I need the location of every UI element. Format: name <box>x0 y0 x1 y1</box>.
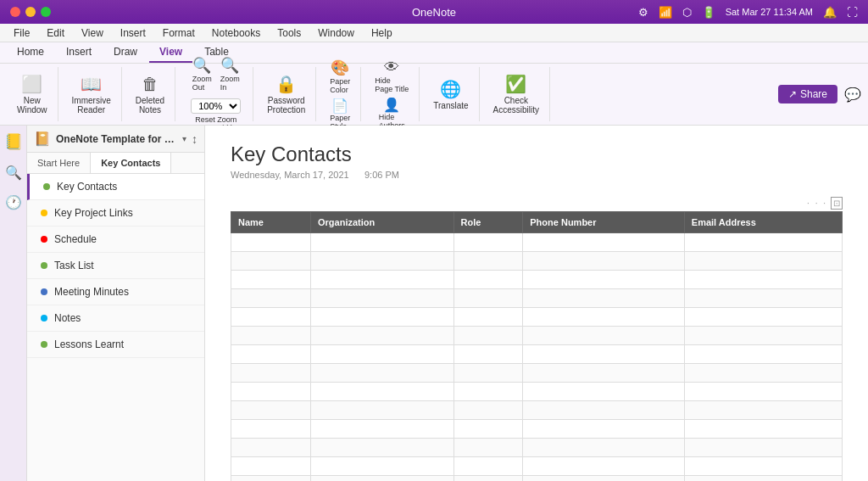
deleted-notes-button[interactable]: 🗑 DeletedNotes <box>132 73 168 116</box>
page-item-meeting-minutes[interactable]: Meeting Minutes <box>27 279 204 305</box>
table-cell[interactable] <box>231 289 311 308</box>
table-cell[interactable] <box>523 327 685 345</box>
zoom-select[interactable]: 100% 75% 150% <box>191 98 241 114</box>
table-cell[interactable] <box>684 383 842 401</box>
table-cell[interactable] <box>684 289 842 308</box>
table-cell[interactable] <box>523 364 685 383</box>
immersive-reader-button[interactable]: 📖 ImmersiveReader <box>69 72 114 116</box>
settings-icon[interactable]: ⚙ <box>638 6 648 19</box>
table-cell[interactable] <box>453 383 523 401</box>
translate-button[interactable]: 🌐 Translate <box>430 77 471 112</box>
notebook-nav-icon[interactable]: 📒 <box>4 132 23 151</box>
table-cell[interactable] <box>310 383 453 401</box>
menu-window[interactable]: Window <box>311 25 361 41</box>
table-cell[interactable] <box>453 457 523 476</box>
page-item-task-list[interactable]: Task List <box>27 253 204 279</box>
table-cell[interactable] <box>310 401 453 420</box>
menu-insert[interactable]: Insert <box>114 25 153 41</box>
table-cell[interactable] <box>523 289 685 308</box>
table-cell[interactable] <box>231 457 311 476</box>
table-cell[interactable] <box>453 308 523 327</box>
share-button[interactable]: ↗ Share <box>778 85 837 103</box>
table-cell[interactable] <box>684 364 842 383</box>
table-row[interactable] <box>231 364 843 383</box>
search-nav-icon[interactable]: 🔍 <box>5 165 22 181</box>
table-cell[interactable] <box>231 233 311 252</box>
table-cell[interactable] <box>231 308 311 327</box>
table-cell[interactable] <box>231 420 311 439</box>
table-cell[interactable] <box>231 364 311 383</box>
table-row[interactable] <box>231 457 843 476</box>
table-row[interactable] <box>231 289 843 308</box>
table-cell[interactable] <box>310 252 453 271</box>
zoom-out-button[interactable]: 🔍 ZoomOut <box>189 54 215 93</box>
table-cell[interactable] <box>453 233 523 252</box>
table-cell[interactable] <box>310 308 453 327</box>
table-cell[interactable] <box>310 476 453 482</box>
zoom-in-button[interactable]: 🔍 ZoomIn <box>217 54 243 93</box>
table-cell[interactable] <box>523 308 685 327</box>
notebook-title[interactable]: OneNote Template for Pr... <box>56 133 177 145</box>
menu-edit[interactable]: Edit <box>40 25 71 41</box>
table-cell[interactable] <box>310 457 453 476</box>
section-tab-key-contacts[interactable]: Key Contacts <box>91 153 171 173</box>
menu-help[interactable]: Help <box>364 25 399 41</box>
table-cell[interactable] <box>684 476 842 482</box>
table-row[interactable] <box>231 439 843 457</box>
table-cell[interactable] <box>231 401 311 420</box>
table-cell[interactable] <box>453 327 523 345</box>
recent-nav-icon[interactable]: 🕐 <box>5 194 22 210</box>
table-cell[interactable] <box>231 476 311 482</box>
table-cell[interactable] <box>523 252 685 271</box>
menu-file[interactable]: File <box>7 25 36 41</box>
table-cell[interactable] <box>231 383 311 401</box>
table-cell[interactable] <box>231 327 311 345</box>
table-cell[interactable] <box>523 383 685 401</box>
table-row[interactable] <box>231 327 843 345</box>
table-cell[interactable] <box>523 439 685 457</box>
table-cell[interactable] <box>310 420 453 439</box>
table-cell[interactable] <box>684 439 842 457</box>
menu-format[interactable]: Format <box>156 25 202 41</box>
table-cell[interactable] <box>684 308 842 327</box>
table-row[interactable] <box>231 401 843 420</box>
table-row[interactable] <box>231 476 843 482</box>
table-cell[interactable] <box>231 345 311 364</box>
menu-tools[interactable]: Tools <box>270 25 308 41</box>
table-cell[interactable] <box>684 327 842 345</box>
new-window-button[interactable]: ⬜ NewWindow <box>14 72 51 116</box>
table-cell[interactable] <box>684 252 842 271</box>
table-corner-handle[interactable]: ⊡ <box>831 197 843 210</box>
page-item-schedule[interactable]: Schedule <box>27 227 204 253</box>
table-cell[interactable] <box>310 271 453 289</box>
table-cell[interactable] <box>310 345 453 364</box>
table-row[interactable] <box>231 383 843 401</box>
minimize-button[interactable] <box>25 7 36 17</box>
table-cell[interactable] <box>684 401 842 420</box>
table-cell[interactable] <box>684 457 842 476</box>
page-item-key-contacts[interactable]: Key Contacts <box>27 174 204 200</box>
menu-view[interactable]: View <box>75 25 110 41</box>
table-row[interactable] <box>231 345 843 364</box>
table-cell[interactable] <box>684 345 842 364</box>
table-cell[interactable] <box>453 252 523 271</box>
page-item-lessons-learnt[interactable]: Lessons Learnt <box>27 332 204 358</box>
table-cell[interactable] <box>523 420 685 439</box>
table-cell[interactable] <box>684 271 842 289</box>
table-cell[interactable] <box>453 364 523 383</box>
notification-icon[interactable]: 🔔 <box>823 6 837 19</box>
table-row[interactable] <box>231 308 843 327</box>
table-cell[interactable] <box>231 252 311 271</box>
check-accessibility-button[interactable]: ✅ CheckAccessibility <box>490 72 542 116</box>
table-cell[interactable] <box>453 476 523 482</box>
close-button[interactable] <box>10 7 20 17</box>
hide-page-title-button[interactable]: 👁 HidePage Title <box>371 57 412 95</box>
page-item-notes[interactable]: Notes <box>27 305 204 332</box>
tab-insert[interactable]: Insert <box>56 42 102 63</box>
password-protection-button[interactable]: 🔒 PasswordProtection <box>264 72 309 116</box>
maximize-button[interactable] <box>41 7 51 17</box>
table-cell[interactable] <box>684 420 842 439</box>
table-cell[interactable] <box>231 439 311 457</box>
table-cell[interactable] <box>453 439 523 457</box>
paper-color-button[interactable]: 🎨 PaperColor <box>326 57 353 96</box>
